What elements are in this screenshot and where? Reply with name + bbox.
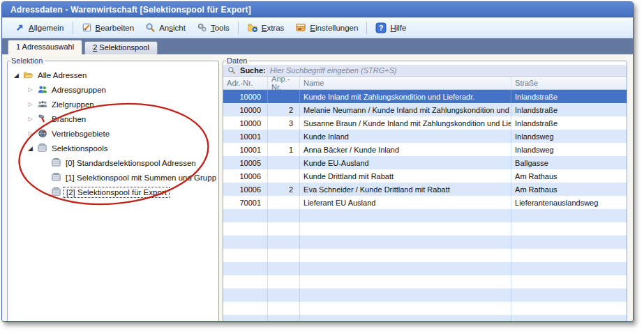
tab-strip: 1 Adressauswahl2 Selektionspool [2,38,633,54]
menu-item-bearbeiten[interactable]: Bearbeiten [76,20,140,35]
table-empty-cell [223,275,268,288]
table-cell: Am Rathaus [511,169,627,183]
table-cell: Eva Schneider / Kunde Drittland mit Raba… [300,183,511,196]
table-cell: 10005 [223,156,268,169]
table-row[interactable]: 100002Melanie Neumann / Kunde Inland mit… [223,103,627,116]
table-cell [268,196,300,209]
tab-2-selektionspool[interactable]: 2 Selektionspool [84,41,158,54]
tree-collapsed-icon[interactable]: ▷ [26,101,35,107]
table-row[interactable]: 100011Anna Bäcker / Kunde InlandInlandsw… [223,143,627,156]
menu-item-label: Tools [211,24,230,32]
app-window: Adressdaten - Warenwirtschaft [Selektion… [1,1,634,322]
tree-expanded-icon[interactable]: ◢ [26,145,35,152]
selection-pool-icon [49,172,63,183]
tree-item-branchen[interactable]: ▷Branchen [8,111,218,126]
menu-item-label: Ansicht [159,24,186,32]
table-empty-cell [223,236,268,249]
tree-item-vertriebsgebiete[interactable]: ▷Vertriebsgebiete [8,126,218,141]
tree-item-2-selektionspool-f-r-export[interactable]: [2] Selektionspool für Export [8,185,218,199]
table-row[interactable]: 10005Kunde EU-AuslandBallgasse [223,156,627,169]
table-empty-cell [511,209,627,222]
menu-item-tools[interactable]: Tools [191,20,235,35]
table-cell: 10001 [223,130,268,143]
tree-item-0-standardselektionspool-adressen[interactable]: [0] Standardselektionspool Adressen [8,155,218,170]
table-empty-cell [300,262,511,275]
table-empty-cell [268,302,300,315]
menu-item-label: Bearbeiten [96,24,135,32]
table-cell: Kunde Inland [300,130,511,143]
title-bar[interactable]: Adressdaten - Warenwirtschaft [Selektion… [2,2,633,17]
table-empty-cell [223,315,268,322]
column-header-stra-e[interactable]: Straße [511,77,627,89]
table-cell: Kunde EU-Ausland [300,156,511,169]
magnifier-icon [145,22,156,33]
address-table: Adr.-Nr.Anp.-Nr.NameStraße10000Kunde Inl… [223,77,627,322]
table-empty-cell [268,275,300,288]
tree-collapsed-icon[interactable]: ▷ [26,130,35,137]
tree-item-label: Branchen [50,114,88,124]
folder-plus-icon [247,22,258,33]
table-cell: Susanne Braun / Kunde Inland mit Zahlung… [300,116,511,130]
target-groups-icon [35,99,50,109]
table-empty-cell [300,222,511,236]
tree-item-adressgruppen[interactable]: ▷Adressgruppen [8,82,218,97]
tree-expanded-icon[interactable]: ◢ [12,72,21,79]
table-row[interactable]: 100003Susanne Braun / Kunde Inland mit Z… [223,116,627,130]
column-header-adr-nr[interactable]: Adr.-Nr. [223,77,268,89]
tab-1-adressauswahl[interactable]: 1 Adressauswahl [8,40,82,54]
content-area: Selektion ◢Alle Adressen▷Adressgruppen▷Z… [2,54,633,322]
table-empty-cell [300,275,511,288]
table-empty-cell [511,288,627,302]
menu-item-allgemein[interactable]: Allgemein [9,20,70,35]
table-cell: 1 [268,143,300,156]
table-empty-row [223,275,627,288]
menu-item-ansicht[interactable]: Ansicht [140,20,191,35]
table-cell: Kunde Drittland mit Rabatt [300,169,511,183]
table-empty-cell [268,262,300,275]
menu-item-hilfe[interactable]: ?Hilfe [370,20,412,36]
tree-item-selektionspools[interactable]: ◢Selektionspools [8,141,218,155]
tree-item-1-selektionspool-mit-summen-und-grupp[interactable]: [1] Selektionspool mit Summen und Grupp [8,170,218,185]
menu-item-extras[interactable]: Extras [241,20,290,35]
table-cell: Am Rathaus [511,183,627,196]
table-cell [268,90,300,103]
edit-icon [82,22,92,33]
table-cell: Inlandstraße [511,103,627,116]
column-header-anp-nr[interactable]: Anp.-Nr. [268,77,300,89]
table-cell: 10006 [223,169,268,183]
tree-collapsed-icon[interactable]: ▷ [26,86,35,93]
tree-item-alle-adressen[interactable]: ◢Alle Adressen [8,68,218,82]
table-empty-cell [268,315,300,322]
selection-tree: ◢Alle Adressen▷Adressgruppen▷Zielgruppen… [8,65,218,322]
menu-item-label: Einstellungen [310,24,358,32]
table-cell: 10001 [223,143,268,156]
column-header-name[interactable]: Name [300,77,511,89]
data-panel: Daten Suche: Hier Suchbegriff eingeben (… [223,56,627,322]
menu-item-einstellungen[interactable]: Einstellungen [290,20,364,35]
sales-territories-icon [35,128,50,139]
table-row[interactable]: 70001Lieferant EU AuslandLieferantenausl… [223,196,627,209]
table-cell: 70001 [223,196,268,209]
selection-legend: Selektion [10,56,45,65]
table-cell [268,130,300,143]
table-empty-row [223,262,627,275]
table-cell: Anna Bäcker / Kunde Inland [300,143,511,156]
table-empty-row [223,222,627,236]
table-empty-cell [223,288,268,302]
table-row[interactable]: 10006Kunde Drittland mit RabattAm Rathau… [223,169,627,183]
menu-bar: AllgemeinBearbeitenAnsichtToolsExtrasEin… [2,17,633,38]
table-empty-cell [511,222,627,236]
table-row[interactable]: 10000Kunde Inland mit Zahlungskondition … [223,90,627,103]
search-placeholder: Hier Suchbegriff eingeben (STRG+S) [270,66,397,75]
search-bar[interactable]: Suche: Hier Suchbegriff eingeben (STRG+S… [223,65,627,77]
menu-separator [366,22,367,34]
table-empty-cell [223,249,268,262]
table-cell: 10000 [223,90,268,103]
table-empty-cell [268,249,300,262]
table-cell: Inlandstraße [511,116,627,130]
tree-item-zielgruppen[interactable]: ▷Zielgruppen [8,97,218,111]
tree-collapsed-icon[interactable]: ▷ [26,116,35,122]
table-row[interactable]: 100062Eva Schneider / Kunde Drittland mi… [223,183,627,196]
table-row[interactable]: 10001Kunde InlandInlandsweg [223,130,627,143]
table-empty-row [223,209,627,222]
